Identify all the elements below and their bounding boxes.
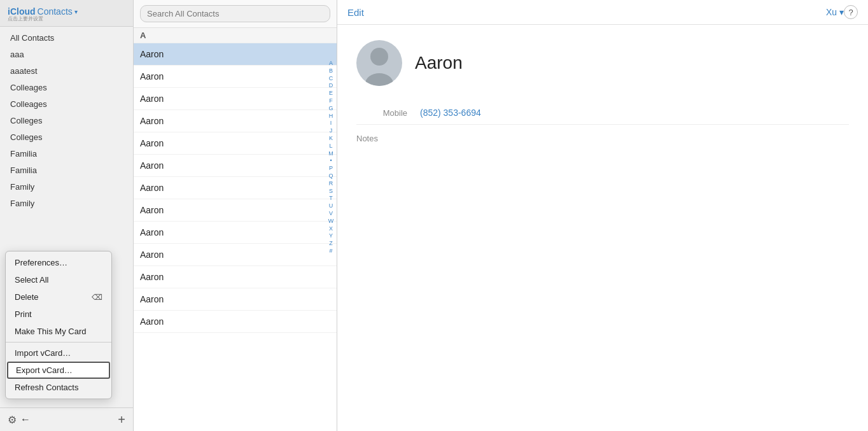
alpha-letter-#[interactable]: # [326,248,335,255]
context-menu: Preferences… Select All Delete ⌫ Print M… [5,251,112,399]
sidebar-item-colleages-1[interactable]: Colleages [3,80,130,95]
menu-item-refresh-contacts-label: Refresh Contacts [15,383,78,392]
contact-row-0[interactable]: Aaron [134,43,337,66]
alpha-letter-V[interactable]: V [326,210,335,217]
sidebar-item-aaatest[interactable]: aaatest [3,63,130,79]
menu-item-refresh-contacts[interactable]: Refresh Contacts [6,379,111,396]
contact-row-5[interactable]: Aaron [134,155,337,177]
add-contact-button[interactable]: + [118,413,125,426]
alpha-letter-R[interactable]: R [326,180,335,187]
detail-body: Aaron Mobile (852) 353-6694 Notes [337,25,868,431]
menu-item-export-vcard-label: Export vCard… [16,365,73,375]
contact-row-8[interactable]: Aaron [134,222,337,244]
menu-item-delete[interactable]: Delete ⌫ [6,288,111,306]
mobile-label: Mobile [356,108,407,118]
alpha-letter-P[interactable]: P [326,165,335,172]
contact-avatar-row: Aaron [356,40,849,86]
sidebar-header: iCloud Contacts ▾ 点击上要并设置 [0,0,133,27]
notes-section: Notes [356,125,849,152]
alpha-letter-L[interactable]: L [326,143,335,150]
alpha-letter-Q[interactable]: Q [326,173,335,180]
sidebar-item-familia-1[interactable]: Familia [3,146,130,162]
alpha-letter-X[interactable]: X [326,225,335,232]
menu-item-export-vcard[interactable]: Export vCard… [7,362,110,379]
edit-button[interactable]: Edit [347,7,364,18]
sidebar-item-colleges-1[interactable]: Colleges [3,113,130,129]
contacts-scroll: A Aaron Aaron Aaron Aaron Aaron Aaron Aa… [134,28,337,431]
alpha-letter-W[interactable]: W [326,218,335,225]
user-dropdown-arrow: ▾ [839,7,844,17]
sidebar-item-colleages-2[interactable]: Colleages [3,96,130,112]
alpha-letter-D[interactable]: D [326,82,335,89]
alpha-letter-T[interactable]: T [326,195,335,202]
app-subtitle: 点击上要并设置 [8,15,78,22]
sidebar-item-all-contacts[interactable]: All Contacts [3,30,130,46]
menu-item-import-vcard-label: Import vCard… [15,348,71,358]
alpha-letter-A[interactable]: A [326,60,335,67]
alpha-letter-Y[interactable]: Y [326,232,335,239]
contact-row-6[interactable]: Aaron [134,177,337,199]
help-button[interactable]: ? [844,5,858,19]
alpha-letter-H[interactable]: H [326,113,335,120]
contacts-dropdown-arrow[interactable]: ▾ [74,8,78,15]
alpha-letter-K[interactable]: K [326,135,335,142]
menu-item-preferences[interactable]: Preferences… [6,254,111,271]
alpha-letter-B[interactable]: B [326,67,335,74]
menu-item-make-my-card[interactable]: Make This My Card [6,323,111,340]
gear-button[interactable]: ⚙ [8,414,17,426]
contact-list: A Aaron Aaron Aaron Aaron Aaron Aaron Aa… [134,0,337,431]
menu-item-preferences-label: Preferences… [15,258,67,267]
menu-item-print-label: Print [15,309,32,319]
menu-item-print[interactable]: Print [6,306,111,323]
mobile-value: (852) 353-6694 [420,108,481,118]
alpha-letter-S[interactable]: S [326,188,335,195]
alpha-letter-J[interactable]: J [326,127,335,134]
alpha-letter-I[interactable]: I [326,120,335,127]
menu-item-select-all[interactable]: Select All [6,271,111,288]
contact-row-12[interactable]: Aaron [134,311,337,333]
delete-icon: ⌫ [92,293,102,302]
section-header-a: A [134,28,337,43]
svg-point-1 [365,73,393,86]
user-name: Xu [826,7,837,17]
avatar-silhouette-svg [356,40,402,86]
detail-panel: Edit Xu ▾ ? Aaron Mobile (852) 353-6694 … [337,0,868,431]
menu-item-delete-label: Delete [15,292,39,302]
arrow-icon: ← [20,414,31,425]
contact-row-2[interactable]: Aaron [134,88,337,110]
menu-item-import-vcard[interactable]: Import vCard… [6,344,111,362]
sidebar-item-family-2[interactable]: Family [3,195,130,211]
alpha-letter-G[interactable]: G [326,105,335,112]
alpha-index: ABCDEFGHIJKLM•PQRSTUVWXYZ# [326,60,335,255]
contact-row-9[interactable]: Aaron [134,244,337,266]
alpha-letter-Z[interactable]: Z [326,240,335,247]
user-label[interactable]: Xu ▾ [826,7,844,17]
contact-row-1[interactable]: Aaron [134,66,337,88]
contact-row-11[interactable]: Aaron [134,288,337,311]
sidebar: iCloud Contacts ▾ 点击上要并设置 All Contacts a… [0,0,134,431]
alpha-letter-F[interactable]: F [326,97,335,104]
avatar [356,40,402,86]
alpha-letter-•[interactable]: • [326,157,335,164]
contact-name: Aaron [415,53,463,73]
contact-row-3[interactable]: Aaron [134,110,337,132]
alpha-letter-M[interactable]: M [326,150,335,157]
mobile-field-row: Mobile (852) 353-6694 [356,101,849,125]
contact-row-7[interactable]: Aaron [134,199,337,222]
search-input[interactable] [140,5,330,22]
notes-label: Notes [356,134,378,143]
contact-row-10[interactable]: Aaron [134,266,337,288]
sidebar-item-aaa[interactable]: aaa [3,46,130,62]
sidebar-item-familia-2[interactable]: Familia [3,162,130,178]
contact-row-4[interactable]: Aaron [134,132,337,155]
sidebar-item-colleges-2[interactable]: Colleges [3,129,130,145]
alpha-letter-E[interactable]: E [326,90,335,97]
detail-header: Edit Xu ▾ ? [337,0,868,25]
menu-separator [6,342,111,343]
alpha-letter-C[interactable]: C [326,75,335,82]
search-bar [134,0,337,28]
menu-item-make-my-card-label: Make This My Card [15,327,86,336]
alpha-letter-U[interactable]: U [326,202,335,209]
sidebar-footer: ⚙ ← + [0,407,133,431]
sidebar-item-family-1[interactable]: Family [3,179,130,195]
